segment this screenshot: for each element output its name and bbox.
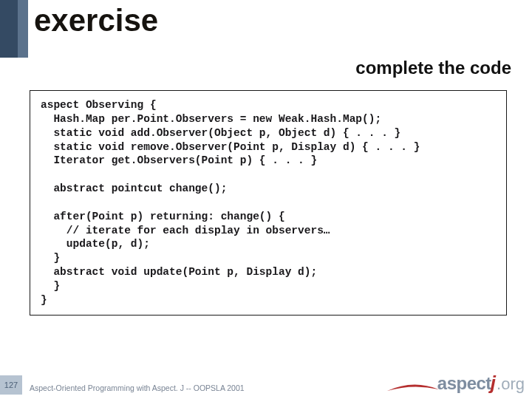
- aspectj-logo: aspect j .org: [437, 372, 525, 395]
- swoosh-icon: [387, 382, 439, 392]
- code-box: aspect Observing { Hash.Map per.Point.Ob…: [30, 90, 507, 316]
- code-content: aspect Observing { Hash.Map per.Point.Ob…: [41, 98, 497, 307]
- accent-bar-dark: [0, 0, 18, 58]
- accent-bar-light: [18, 0, 28, 58]
- title-band: exercise: [0, 0, 532, 58]
- logo-j: j: [491, 372, 496, 395]
- slide: exercise complete the code aspect Observ…: [0, 0, 532, 399]
- logo-org: .org: [497, 375, 525, 394]
- slide-title: exercise: [34, 3, 158, 38]
- slide-number: 127: [4, 381, 18, 389]
- slide-number-box: 127: [0, 375, 22, 395]
- slide-subtitle: complete the code: [355, 58, 511, 78]
- footer-text: Aspect-Oriented Programming with Aspect.…: [30, 383, 245, 392]
- logo-aspect: aspect: [437, 373, 491, 394]
